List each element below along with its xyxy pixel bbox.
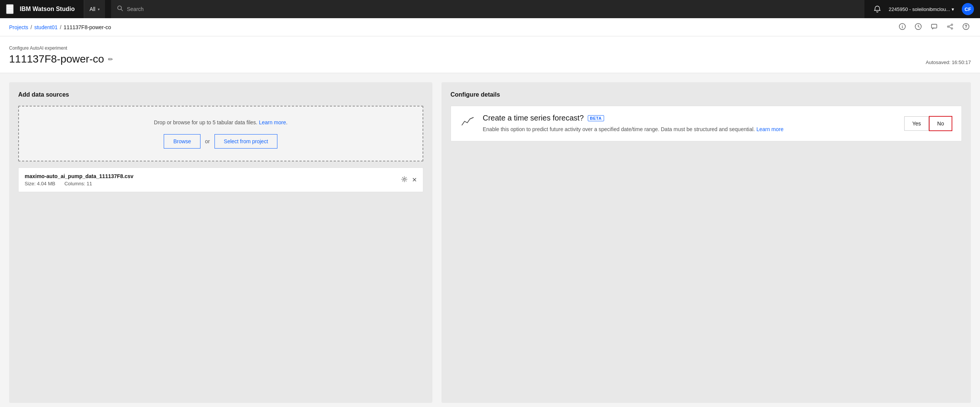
- file-remove-icon[interactable]: ✕: [412, 176, 417, 183]
- svg-point-7: [951, 24, 953, 25]
- file-actions: ✕: [401, 176, 417, 184]
- svg-line-11: [949, 27, 951, 28]
- forecast-toggle-buttons: Yes No: [904, 116, 952, 131]
- file-name: maximo-auto_ai_pump_data_111137F8.csv: [25, 173, 134, 179]
- svg-point-4: [902, 25, 903, 25]
- forecast-card: Create a time series forecast? BETA Enab…: [450, 106, 962, 141]
- dropzone-text: Drop or browse for up to 5 tabular data …: [28, 119, 414, 127]
- page-header-left: Configure AutoAI experiment 111137F8-pow…: [9, 46, 113, 65]
- dropzone-buttons: Browse or Select from project: [28, 134, 414, 149]
- file-meta: Size: 4.04 MB Columns: 11: [25, 181, 134, 186]
- breadcrumb-current: 111137F8-power-co: [64, 24, 111, 30]
- page-subtitle: Configure AutoAI experiment: [9, 46, 113, 51]
- chevron-down-icon: ▾: [98, 7, 100, 11]
- file-settings-icon[interactable]: [401, 176, 407, 184]
- search-bar: [111, 0, 864, 18]
- learn-more-link[interactable]: Learn more: [259, 119, 286, 126]
- forecast-content: Create a time series forecast? BETA Enab…: [483, 114, 897, 134]
- search-input[interactable]: [127, 6, 858, 12]
- svg-point-14: [403, 178, 405, 180]
- breadcrumb-bar: Projects / student01 / 111137F8-power-co: [0, 18, 980, 37]
- main-content: Add data sources Drop or browse for up t…: [0, 73, 980, 407]
- user-avatar[interactable]: CF: [962, 3, 974, 15]
- share-icon[interactable]: [945, 22, 955, 33]
- topnav-right: 2245950 - soleilonibmclou... ▾ CF: [870, 2, 974, 16]
- page-title-text: 111137F8-power-co: [9, 53, 104, 65]
- configure-title: Configure details: [450, 91, 962, 98]
- add-data-sources-panel: Add data sources Drop or browse for up t…: [9, 82, 433, 403]
- breadcrumb-projects-link[interactable]: Projects: [9, 24, 29, 30]
- configure-details-panel: Configure details Create a time series f…: [441, 82, 971, 403]
- file-item: maximo-auto_ai_pump_data_111137F8.csv Si…: [18, 167, 423, 192]
- file-size: Size: 4.04 MB: [25, 181, 55, 186]
- or-label: or: [205, 138, 210, 145]
- forecast-description: Enable this option to predict future act…: [483, 126, 897, 134]
- help-icon[interactable]: [961, 22, 971, 33]
- account-name: 2245950 - soleilonibmclou...: [889, 6, 950, 12]
- svg-point-8: [947, 26, 949, 27]
- account-chevron-icon: ▾: [951, 6, 954, 12]
- scope-selector[interactable]: All ▾: [84, 0, 105, 18]
- breadcrumb-actions: [897, 22, 971, 33]
- svg-rect-6: [931, 24, 937, 28]
- edit-title-icon[interactable]: ✏: [108, 56, 113, 63]
- file-info: maximo-auto_ai_pump_data_111137F8.csv Si…: [25, 173, 134, 186]
- breadcrumb: Projects / student01 / 111137F8-power-co: [9, 24, 111, 30]
- comment-icon[interactable]: [929, 22, 939, 33]
- no-button[interactable]: No: [929, 116, 952, 131]
- data-sources-title: Add data sources: [18, 91, 423, 98]
- time-series-icon: [460, 114, 475, 129]
- search-icon: [117, 5, 123, 13]
- file-columns: Columns: 11: [64, 181, 92, 186]
- page-header: Configure AutoAI experiment 111137F8-pow…: [0, 37, 980, 73]
- svg-line-10: [949, 25, 951, 26]
- page-title: 111137F8-power-co ✏: [9, 53, 113, 65]
- notifications-button[interactable]: [870, 2, 884, 16]
- scope-label: All: [89, 6, 95, 12]
- autosave-status: Autosaved: 16:50:17: [926, 59, 971, 65]
- hamburger-menu-button[interactable]: ☰: [6, 4, 14, 14]
- yes-button[interactable]: Yes: [904, 116, 929, 131]
- file-drop-zone[interactable]: Drop or browse for up to 5 tabular data …: [18, 106, 423, 161]
- breadcrumb-separator: /: [31, 24, 32, 30]
- select-from-project-button[interactable]: Select from project: [215, 134, 278, 149]
- forecast-title: Create a time series forecast?: [483, 114, 584, 122]
- info-icon[interactable]: [897, 22, 907, 33]
- browse-button[interactable]: Browse: [164, 134, 200, 149]
- svg-point-9: [951, 28, 953, 29]
- top-navigation: ☰ IBM Watson Studio All ▾ 2245950 - sole…: [0, 0, 980, 18]
- beta-badge: BETA: [588, 115, 604, 121]
- account-selector[interactable]: 2245950 - soleilonibmclou... ▾: [886, 6, 957, 12]
- svg-point-13: [966, 28, 966, 29]
- app-brand: IBM Watson Studio: [20, 6, 75, 13]
- forecast-title-row: Create a time series forecast? BETA: [483, 114, 897, 122]
- forecast-learn-more-link[interactable]: Learn more: [756, 126, 784, 132]
- svg-line-1: [121, 10, 123, 11]
- breadcrumb-separator-2: /: [60, 24, 61, 30]
- breadcrumb-student-link[interactable]: student01: [34, 24, 57, 30]
- history-icon[interactable]: [913, 22, 923, 33]
